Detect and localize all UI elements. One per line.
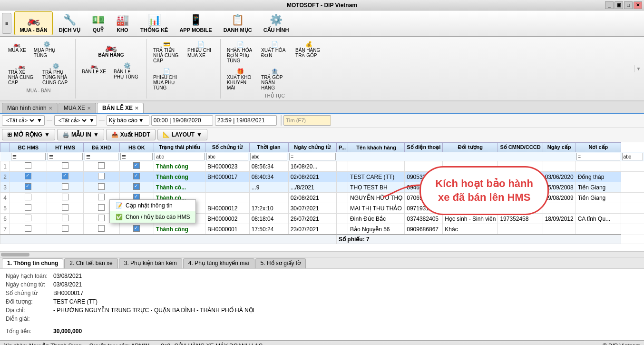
menu-danh-muc[interactable]: 📋 DANH MỤC <box>218 11 257 35</box>
tab-mua-xe[interactable]: MUA XE ✕ <box>59 103 96 113</box>
filter-thoi-gian-input[interactable] <box>250 153 287 160</box>
ribbon-mua-xe[interactable]: 🏍️ MUA XE <box>5 39 29 60</box>
row2-ht-hms[interactable] <box>47 172 83 182</box>
restore-button[interactable]: ▣ <box>615 1 623 9</box>
ribbon-ban-hang-tra-gop[interactable]: 💰 BÁN HÀNG TRẢ GÓP <box>292 39 325 65</box>
filter1-dropdown[interactable]: <Tất cả> ▼ <box>2 115 45 126</box>
row5-ht-hms[interactable] <box>47 203 83 214</box>
row2-bc-hms[interactable] <box>10 172 47 182</box>
search-input-wrapper[interactable] <box>283 115 331 126</box>
row3-da-xhd[interactable] <box>84 182 120 193</box>
filter-trang-thai[interactable] <box>154 152 205 161</box>
ribbon-ban-le-xe[interactable]: 🏍️ BÁN LẺ XE <box>78 60 109 81</box>
row2-hs-ok[interactable] <box>119 172 154 182</box>
row6-bc-hms[interactable] <box>10 214 47 224</box>
layout-button[interactable]: 📐 LAYOUT ▼ <box>157 129 207 140</box>
ribbon-xuat-kho-km[interactable]: 🎁 XUẤT KHO KHUYẾN MÃI <box>224 66 257 92</box>
table-row[interactable]: 7 Thành công BH0000001 17:50:24 23/07/20… <box>0 224 644 235</box>
ribbon-tra-xe-ncc[interactable]: 🏍️ TRẢ XE NHÀ CUNG CẤP <box>5 61 38 87</box>
filter-thoi-gian[interactable] <box>249 152 288 161</box>
filter-da-xhd-input[interactable] <box>85 153 119 160</box>
minimize-button[interactable]: _ <box>605 1 614 9</box>
filter-trang-thai-input[interactable] <box>155 153 204 160</box>
filter-so-ct[interactable] <box>205 152 250 161</box>
filter-ngay-ct[interactable] <box>288 152 336 161</box>
filter-ht-hms[interactable] <box>47 152 83 161</box>
context-cap-nhat[interactable]: 📝 Cập nhật thông tin <box>110 200 195 211</box>
tab-chi-tiet-ban-xe[interactable]: 2. Chi tiết bán xe <box>64 258 117 268</box>
row1-ht-hms[interactable] <box>47 161 83 172</box>
ribbon-ban-hang[interactable]: 🏍️ BÁN HÀNG <box>95 39 127 59</box>
ribbon-scroll[interactable]: ▼ <box>634 65 642 72</box>
filter-hs-ok-input[interactable] <box>120 153 153 160</box>
ribbon-mua-phu-tung[interactable]: ⚙️ MUA PHỤ TÙNG <box>30 39 64 60</box>
filter2-select[interactable]: <Tất cả> <box>57 117 88 124</box>
date-from-picker[interactable]: 00:00 | 19/08/2020 <box>151 115 213 126</box>
menu-kho[interactable]: 🏭 KHO <box>111 11 134 35</box>
mau-in-button[interactable]: 🖨️ MẪU IN ▼ <box>57 129 104 140</box>
tab-phu-tung-khuyen-mai[interactable]: 4. Phụ tùng khuyến mãi <box>183 258 254 268</box>
row3-ht-hms[interactable] <box>47 182 83 193</box>
table-row[interactable]: 1 Thành công BH0000023 08:56:34 16/08/20… <box>0 161 644 172</box>
filter-ngay-ct-input[interactable] <box>289 153 335 160</box>
close-button[interactable]: ✕ <box>634 1 642 9</box>
ribbon-tra-tien-ncc[interactable]: 💳 TRẢ TIỀN NHÀ CUNG CẤP <box>150 39 183 65</box>
row1-bc-hms[interactable] <box>10 161 47 172</box>
filter2-dropdown[interactable]: <Tất cả> ▼ <box>54 115 97 126</box>
filter-ngay-cap-input[interactable] <box>576 153 620 160</box>
tab-phu-kien-ban-kem[interactable]: 3. Phụ kiện bán kèm <box>119 258 182 268</box>
row7-da-xhd[interactable] <box>84 224 120 235</box>
filter-noi-cap-input[interactable] <box>622 153 643 160</box>
table-row[interactable]: 2 Thành công BH0000017 08:40:34 02/08/20… <box>0 172 644 182</box>
date-to-picker[interactable]: 23:59 | 19/08/2021 <box>215 115 277 126</box>
row3-hs-ok[interactable] <box>119 182 154 193</box>
table-row[interactable]: 6 Thành công BH0000002 08:18:04 26/07/20… <box>0 214 644 224</box>
ribbon-tra-pt-ncc[interactable]: ⚙️ TRẢ PHỤ TÙNG NHÀ CUNG CẤP <box>39 61 72 87</box>
filter-so-ct-input[interactable] <box>206 153 249 160</box>
row3-bc-hms[interactable] <box>10 182 47 193</box>
ribbon-nhan-hoa-don[interactable]: 📄 NHẬN HÓA ĐƠN PHỤ TÙNG <box>224 39 257 65</box>
row6-ht-hms[interactable] <box>47 214 83 224</box>
tab-man-hinh-chinh-close[interactable]: ✕ <box>49 106 52 111</box>
mo-rong-button[interactable]: ⊞ MỞ RỘNG ▼ <box>2 129 55 140</box>
menu-mua-ban[interactable]: 🏍️ MUA - BÁN <box>14 11 52 35</box>
tab-mua-xe-close[interactable]: ✕ <box>87 106 91 111</box>
menu-app-mobile[interactable]: 📱 APP MOBILE <box>174 11 217 35</box>
filter-ngay-cap[interactable] <box>576 152 621 161</box>
tab-thong-tin-chung[interactable]: 1. Thông tin chung <box>2 258 63 268</box>
horizontal-scrollbar[interactable] <box>0 252 644 257</box>
table-row[interactable]: 5 Thành công BH0000012 17:2x:10 30/07/20… <box>0 203 644 214</box>
row1-hs-ok[interactable] <box>119 161 154 172</box>
xuat-hddt-button[interactable]: 📤 Xuất HDDT <box>106 129 156 140</box>
filter-noi-cap[interactable] <box>621 152 644 161</box>
tab-ho-so-giay-to[interactable]: 5. Hồ sơ giấy tờ <box>255 258 306 268</box>
scroll-thumb-h[interactable] <box>1 253 29 256</box>
tab-ban-le-xe[interactable]: BÁN LẺ XE ✕ <box>97 103 144 113</box>
ribbon-tra-gop-nh[interactable]: 🏦 TRẢ GÓP NGÂN HÀNG <box>258 66 291 92</box>
row5-bc-hms[interactable] <box>10 203 47 214</box>
menu-thong-ke[interactable]: 📊 THỐNG KÊ <box>135 11 174 35</box>
row4-ht-hms[interactable] <box>47 193 83 203</box>
row7-ht-hms[interactable] <box>47 224 83 235</box>
tab-ban-le-xe-close[interactable]: ✕ <box>135 106 138 111</box>
filter-ht-hms-input[interactable] <box>48 153 82 160</box>
ribbon-xuat-hoa-don[interactable]: 📄 XUẤT HÓA ĐƠN <box>258 39 291 65</box>
row7-hs-ok[interactable] <box>119 224 154 235</box>
row1-da-xhd[interactable] <box>84 161 120 172</box>
row4-bc-hms[interactable] <box>10 193 47 203</box>
filter1-select[interactable]: <Tất cả> <box>4 117 36 124</box>
context-chon-huy[interactable]: ✅ Chon / hủy báo cáo HMS <box>110 211 195 223</box>
ribbon-ban-le-pt[interactable]: ⚙️ BÁN LẺ PHỤ TÙNG <box>110 60 144 81</box>
ribbon-phieu-chi-xe[interactable]: 📄 PHIẾU CHI MUA XE <box>184 39 217 65</box>
menu-quy[interactable]: 💵 QUỸ <box>87 11 110 35</box>
menu-dich-vu[interactable]: 🔧 DỊCH VỤ <box>54 11 86 35</box>
row7-bc-hms[interactable] <box>10 224 47 235</box>
tab-man-hinh-chinh[interactable]: Màn hình chính ✕ <box>2 103 58 113</box>
ky-bao-cao-dropdown[interactable]: Kỳ báo cáo ▼ <box>107 115 149 126</box>
ribbon-phieu-chi-pt[interactable]: 📄 PHIẾU CHI MUA PHỤ TÙNG <box>150 66 183 92</box>
search-input[interactable] <box>286 118 324 123</box>
filter-bc-hms[interactable] <box>10 152 47 161</box>
filter-da-xhd[interactable] <box>84 152 120 161</box>
row2-da-xhd[interactable] <box>84 172 120 182</box>
filter-bc-hms-input[interactable] <box>11 153 46 160</box>
